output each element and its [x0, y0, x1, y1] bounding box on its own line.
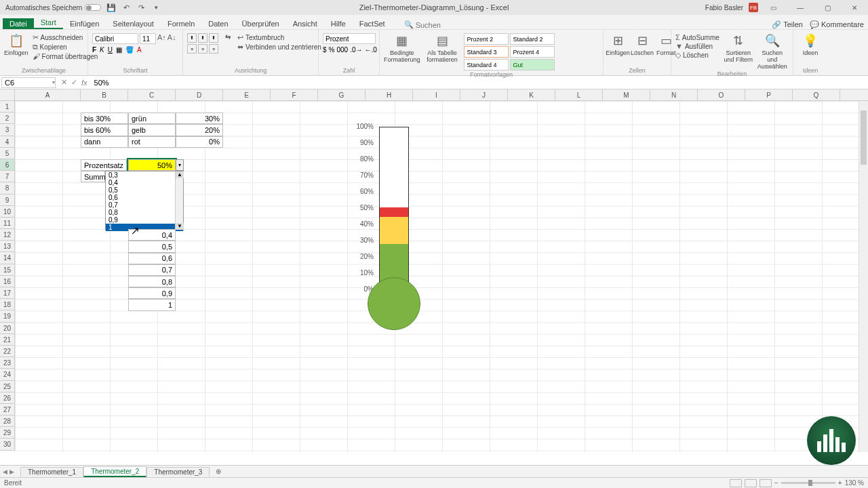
style-prozent4[interactable]: Prozent 4: [510, 46, 555, 58]
share-button[interactable]: 🔗 Teilen: [772, 20, 803, 29]
row-header[interactable]: 30: [0, 439, 14, 450]
cell-styles-gallery[interactable]: Prozent 2 Standard 2 Standard 3 Prozent …: [464, 33, 599, 70]
column-header[interactable]: L: [555, 89, 603, 100]
cell[interactable]: 20%: [176, 124, 223, 136]
style-prozent2[interactable]: Prozent 2: [464, 33, 509, 45]
row-header[interactable]: 20: [0, 323, 14, 334]
border-button[interactable]: ▦: [116, 46, 122, 54]
prozentsatz-label[interactable]: Prozentsatz: [81, 159, 127, 171]
cell[interactable]: 30%: [176, 113, 223, 124]
find-select-button[interactable]: 🔍Suchen und Auswählen: [757, 33, 787, 70]
decrease-decimal-button[interactable]: ←.0: [365, 46, 377, 54]
style-standard3[interactable]: Standard 3: [464, 46, 509, 58]
row-header[interactable]: 29: [0, 427, 14, 439]
list-cell[interactable]: 0,4: [128, 229, 176, 241]
row-header[interactable]: 2: [0, 113, 14, 124]
row-header[interactable]: 12: [0, 229, 14, 241]
page-layout-view-button[interactable]: [745, 479, 757, 487]
autosave-toggle[interactable]: Automatisches Speichern: [5, 4, 101, 12]
increase-font-icon[interactable]: A↑: [157, 33, 166, 44]
tab-insert[interactable]: Einfügen: [63, 18, 106, 29]
zoom-out-button[interactable]: −: [774, 479, 778, 487]
prozentsatz-value[interactable]: 50%: [128, 159, 176, 171]
qat-more-icon[interactable]: ▾: [151, 3, 161, 12]
spreadsheet-grid[interactable]: ABCDEFGHIJKLMNOPQ 1234567891011121314151…: [0, 89, 868, 452]
column-header[interactable]: H: [366, 89, 413, 100]
style-standard2[interactable]: Standard 2: [510, 33, 555, 45]
list-cell[interactable]: 0,9: [128, 287, 176, 299]
cell[interactable]: 0%: [176, 136, 223, 148]
list-cell[interactable]: 0,8: [128, 276, 176, 287]
wrap-text-button[interactable]: ↩Textumbruch: [237, 33, 321, 42]
user-avatar[interactable]: FB: [749, 3, 758, 12]
cell[interactable]: dann: [81, 136, 128, 148]
column-header[interactable]: B: [81, 89, 128, 100]
normal-view-button[interactable]: [730, 479, 742, 487]
increase-decimal-button[interactable]: .0→: [350, 46, 362, 54]
row-header[interactable]: 1: [0, 101, 14, 113]
delete-cells-button[interactable]: ⊟Löschen: [632, 33, 652, 56]
row-header[interactable]: 23: [0, 357, 14, 369]
toggle-icon[interactable]: [85, 4, 101, 11]
redo-icon[interactable]: ↷: [136, 3, 146, 12]
column-header[interactable]: M: [603, 89, 650, 100]
zoom-level[interactable]: 130 %: [845, 479, 864, 487]
clear-button[interactable]: ◇Löschen: [675, 51, 719, 60]
ideas-button[interactable]: 💡Ideen: [797, 33, 823, 56]
tab-layout[interactable]: Seitenlayout: [106, 18, 161, 29]
fx-icon[interactable]: fx: [81, 79, 87, 87]
column-headers[interactable]: ABCDEFGHIJKLMNOPQ: [0, 89, 868, 101]
comma-button[interactable]: 000: [336, 46, 348, 54]
font-size-select[interactable]: 11: [140, 33, 156, 44]
close-icon[interactable]: ✕: [842, 0, 867, 15]
row-header[interactable]: 11: [0, 218, 14, 229]
comments-button[interactable]: 💬 Kommentare: [810, 20, 864, 29]
sheet-tab-2[interactable]: Thermometer_2: [83, 466, 146, 477]
tab-view[interactable]: Ansicht: [286, 18, 324, 29]
summe-label[interactable]: Summ: [81, 171, 105, 182]
currency-button[interactable]: $: [323, 46, 327, 54]
cell[interactable]: bis 60%: [81, 124, 128, 136]
zoom-in-button[interactable]: +: [838, 479, 842, 487]
column-header[interactable]: N: [650, 89, 698, 100]
column-header[interactable]: O: [698, 89, 745, 100]
column-header[interactable]: P: [745, 89, 793, 100]
conditional-formatting-button[interactable]: ▦Bedingte Formatierung: [384, 33, 420, 63]
row-header[interactable]: 27: [0, 404, 14, 415]
row-header[interactable]: 24: [0, 369, 14, 380]
add-sheet-button[interactable]: ⊕: [212, 468, 224, 475]
row-header[interactable]: 4: [0, 136, 14, 148]
indent-button[interactable]: ⇆: [225, 33, 231, 41]
decrease-font-icon[interactable]: A↓: [167, 33, 176, 44]
name-box[interactable]: C6▾: [1, 77, 56, 88]
cancel-formula-icon[interactable]: ✕: [61, 78, 67, 87]
list-cell[interactable]: 0,5: [128, 241, 176, 252]
row-header[interactable]: 14: [0, 252, 14, 264]
bold-button[interactable]: F: [92, 46, 96, 54]
sheet-tab-3[interactable]: Thermometer_3: [146, 467, 210, 476]
formula-input[interactable]: [92, 79, 770, 87]
column-header[interactable]: E: [223, 89, 271, 100]
row-header[interactable]: 7: [0, 171, 14, 182]
fill-button[interactable]: ▼Ausfüllen: [675, 42, 719, 50]
row-header[interactable]: 10: [0, 206, 14, 218]
row-header[interactable]: 25: [0, 381, 14, 392]
row-header[interactable]: 18: [0, 299, 14, 310]
tab-factset[interactable]: FactSet: [353, 18, 392, 29]
underline-button[interactable]: U: [108, 46, 113, 54]
alignment-grid[interactable]: ⬆⬆⬆≡≡≡: [187, 33, 218, 54]
column-header[interactable]: I: [413, 89, 460, 100]
dropdown-item[interactable]: 0,6: [106, 194, 183, 201]
list-cell[interactable]: 0,7: [128, 264, 176, 276]
italic-button[interactable]: K: [100, 46, 104, 54]
column-header[interactable]: K: [508, 89, 555, 100]
percent-button[interactable]: %: [329, 46, 335, 54]
row-header[interactable]: 22: [0, 346, 14, 357]
list-cell[interactable]: 0,6: [128, 253, 176, 264]
undo-icon[interactable]: ↶: [121, 3, 131, 12]
tab-file[interactable]: Datei: [3, 18, 34, 29]
format-as-table-button[interactable]: ▤Als Tabelle formatieren: [425, 33, 460, 63]
column-header[interactable]: D: [176, 89, 223, 100]
merge-center-button[interactable]: ⬌Verbinden und zentrieren: [237, 43, 321, 52]
column-header[interactable]: J: [460, 89, 508, 100]
